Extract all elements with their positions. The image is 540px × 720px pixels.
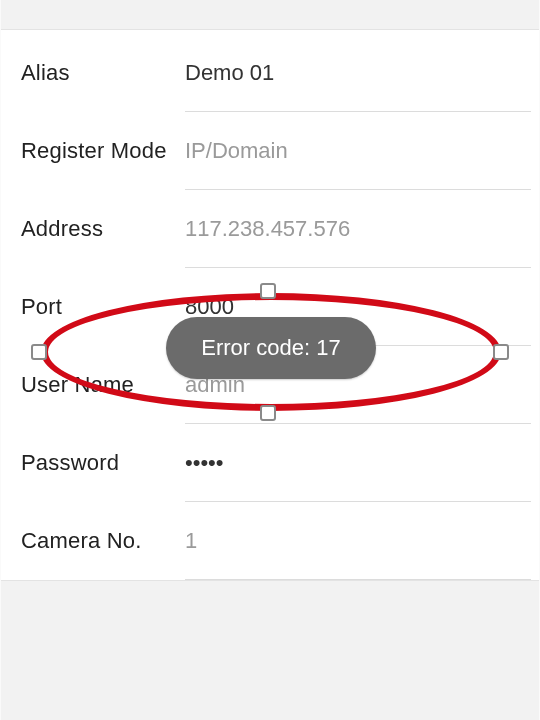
error-toast-text: Error code: 17 <box>201 335 340 361</box>
value-port: 8000 <box>185 294 234 320</box>
field-address[interactable]: 117.238.457.576 <box>185 190 531 268</box>
row-register-mode: Register Mode IP/Domain <box>9 112 531 190</box>
value-address: 117.238.457.576 <box>185 216 350 242</box>
label-address: Address <box>9 216 185 242</box>
error-toast: Error code: 17 <box>166 317 376 379</box>
bottom-bar <box>1 580 539 720</box>
field-alias[interactable]: Demo 01 <box>185 34 531 112</box>
field-register-mode[interactable]: IP/Domain <box>185 112 531 190</box>
row-password: Password ••••• <box>9 424 531 502</box>
label-port: Port <box>9 294 185 320</box>
field-camera-no[interactable]: 1 <box>185 502 531 580</box>
value-register-mode: IP/Domain <box>185 138 288 164</box>
row-address: Address 117.238.457.576 <box>9 190 531 268</box>
label-camera-no: Camera No. <box>9 528 185 554</box>
label-password: Password <box>9 450 185 476</box>
top-bar <box>1 0 539 30</box>
value-camera-no: 1 <box>185 528 197 554</box>
form-content: Alias Demo 01 Register Mode IP/Domain Ad… <box>1 30 539 580</box>
row-camera-no: Camera No. 1 <box>9 502 531 580</box>
label-register-mode: Register Mode <box>9 138 185 164</box>
label-alias: Alias <box>9 60 185 86</box>
value-alias: Demo 01 <box>185 60 274 86</box>
field-password[interactable]: ••••• <box>185 424 531 502</box>
row-alias: Alias Demo 01 <box>9 34 531 112</box>
device-settings-screen: Alias Demo 01 Register Mode IP/Domain Ad… <box>0 0 540 720</box>
value-password: ••••• <box>185 450 224 476</box>
label-user-name: User Name <box>9 372 185 398</box>
